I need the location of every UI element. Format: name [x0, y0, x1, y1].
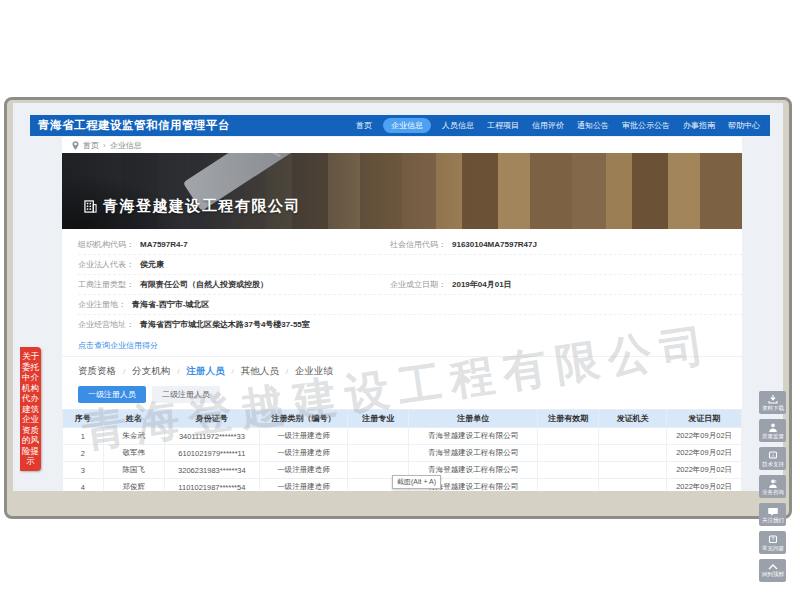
table-cell: 4	[63, 479, 104, 492]
table-cell	[538, 479, 599, 492]
consult-icon	[768, 479, 778, 488]
risk-notice-ribbon[interactable]: 关于委托中介机构代办建筑企业资质的风险提示	[20, 347, 41, 471]
table-cell: 郑俊辉	[103, 479, 164, 492]
table-cell: 1	[63, 428, 104, 445]
svg-text:?: ?	[771, 535, 774, 541]
browser-page: 青海省工程建设监管和信用管理平台 首页 企业信息 人员信息 工程项目 信用评价 …	[13, 103, 783, 491]
tab-qualifications[interactable]: 资质资格	[78, 365, 116, 378]
table-cell: 青海登越建设工程有限公司	[409, 445, 538, 462]
table-cell	[538, 428, 599, 445]
nav-item-approval-publicity[interactable]: 审批公示公告	[620, 118, 672, 133]
faq-button[interactable]: ? 常见问题	[759, 531, 786, 554]
table-header-row: 序号姓名身份证号注册类别（编号）注册专业注册单位注册有效期发证机关发证日期	[63, 410, 742, 428]
table-cell: 一级注册建造师	[259, 428, 347, 445]
reg-place-label: 企业注册地：	[78, 300, 126, 310]
tab-other-personnel[interactable]: 其他人员	[241, 365, 279, 378]
back-to-top-button[interactable]: 回到顶部	[759, 559, 786, 582]
supervisor-icon	[768, 423, 778, 432]
tab-separator: /	[123, 367, 125, 376]
table-cell: 2022年09月02日	[667, 428, 742, 445]
org-code-value: MA7597R4-7	[140, 240, 188, 250]
content-column: 首页 › 企业信息 青海登越建设工程有限公司 青海登越建设工程有限公司 组织机构…	[62, 137, 742, 491]
tech-support-button[interactable]: 人 技术支持	[759, 447, 786, 470]
table-cell: 3206231983******34	[164, 462, 259, 479]
column-header: 注册单位	[409, 410, 538, 428]
nav-item-projects[interactable]: 工程项目	[485, 118, 521, 133]
column-header: 注册类别（编号）	[259, 410, 347, 428]
nav-item-notices[interactable]: 通知公告	[575, 118, 611, 133]
table-cell	[538, 462, 599, 479]
table-cell: 2	[63, 445, 104, 462]
tool-label: 技术支持	[761, 461, 783, 467]
download-icon	[768, 395, 778, 404]
nav-item-help-center[interactable]: 帮助中心	[726, 118, 762, 133]
nav-item-credit-rating[interactable]: 信用评价	[530, 118, 566, 133]
svg-text:人: 人	[770, 452, 775, 457]
found-date-value: 2019年04月01日	[452, 280, 512, 290]
tool-label: 常见问题	[761, 545, 783, 551]
company-info-section: 组织机构代码： MA7597R4-7 社会信用代码： 91630104MA759…	[62, 229, 742, 356]
nav-item-personnel-info[interactable]: 人员信息	[440, 118, 476, 133]
table-row[interactable]: 1朱金武3401111972******33一级注册建造师青海登越建设工程有限公…	[63, 428, 742, 445]
breadcrumb-current: 企业信息	[110, 140, 142, 151]
table-cell: 6101021979******11	[164, 445, 259, 462]
location-pin-icon	[72, 141, 79, 150]
company-title: 青海登越建设工程有限公司	[84, 197, 301, 216]
quality-supervision-button[interactable]: 质量监督	[759, 419, 786, 442]
column-header: 序号	[63, 410, 104, 428]
faq-icon: ?	[768, 535, 778, 544]
reg-type-label: 工商注册类型：	[78, 280, 134, 290]
download-button[interactable]: 资料下载	[759, 391, 786, 414]
tab-separator: /	[286, 367, 288, 376]
business-consult-button[interactable]: 业务咨询	[759, 475, 786, 498]
table-cell	[348, 445, 409, 462]
tech-support-icon: 人	[768, 451, 778, 460]
back-to-top-icon	[768, 564, 778, 570]
reg-type-value: 有限责任公司（自然人投资或控股）	[140, 280, 268, 290]
subtab-level2-personnel[interactable]: 二级注册人员	[152, 386, 220, 403]
org-code-label: 组织机构代码：	[78, 240, 134, 250]
credit-score-link[interactable]: 点击查询企业信用得分	[78, 340, 158, 351]
screenshot-tooltip[interactable]: 截图(Alt + A)	[392, 475, 441, 489]
info-row: 企业经营地址： 青海省西宁市城北区柴达木路37号4号楼37-55室	[78, 315, 742, 334]
table-cell	[599, 428, 667, 445]
table-cell	[348, 428, 409, 445]
table-cell: 青海登越建设工程有限公司	[409, 428, 538, 445]
legal-rep-value: 侯元康	[140, 260, 164, 270]
tool-label: 质量监督	[761, 433, 783, 439]
tab-branches[interactable]: 分支机构	[132, 365, 170, 378]
legal-rep-label: 企业法人代表：	[78, 260, 134, 270]
table-cell: 2022年09月02日	[667, 479, 742, 492]
tab-separator: /	[231, 367, 233, 376]
tool-label: 回到顶部	[761, 571, 783, 577]
column-header: 发证日期	[667, 410, 742, 428]
main-nav: 首页 企业信息 人员信息 工程项目 信用评价 通知公告 审批公示公告 办事指南 …	[354, 118, 762, 133]
credit-code-label: 社会信用代码：	[390, 240, 446, 250]
table-row[interactable]: 2敬军伟6101021979******11一级注册建造师青海登越建设工程有限公…	[63, 445, 742, 462]
tab-registered-personnel[interactable]: 注册人员	[186, 365, 224, 378]
tool-label: 资料下载	[761, 405, 783, 411]
follow-us-icon	[768, 507, 778, 516]
column-header: 身份证号	[164, 410, 259, 428]
nav-item-enterprise-info[interactable]: 企业信息	[383, 118, 431, 133]
top-nav-bar: 青海省工程建设监管和信用管理平台 首页 企业信息 人员信息 工程项目 信用评价 …	[30, 115, 770, 136]
breadcrumb-home[interactable]: 首页	[83, 140, 99, 151]
subtab-level1-personnel[interactable]: 一级注册人员	[78, 386, 146, 403]
table-cell: 一级注册建造师	[259, 479, 347, 492]
table-cell: 2022年09月02日	[667, 445, 742, 462]
table-cell: 3	[63, 462, 104, 479]
follow-us-button[interactable]: 关注我们	[759, 503, 786, 526]
table-cell: 一级注册建造师	[259, 462, 347, 479]
table-cell: 1101021987******54	[164, 479, 259, 492]
tab-company-performance[interactable]: 企业业绩	[295, 365, 333, 378]
reg-place-value: 青海省-西宁市-城北区	[132, 300, 209, 310]
credit-code-value: 91630104MA7597R47J	[452, 240, 537, 250]
personnel-subtabs: 一级注册人员 二级注册人员	[62, 384, 742, 409]
nav-item-home[interactable]: 首页	[354, 118, 374, 133]
info-row: 组织机构代码： MA7597R4-7 社会信用代码： 91630104MA759…	[78, 235, 742, 255]
nav-item-guide[interactable]: 办事指南	[681, 118, 717, 133]
found-date-label: 企业成立日期：	[390, 280, 446, 290]
table-cell: 3401111972******33	[164, 428, 259, 445]
info-row: 企业注册地： 青海省-西宁市-城北区	[78, 295, 742, 315]
table-cell: 朱金武	[103, 428, 164, 445]
